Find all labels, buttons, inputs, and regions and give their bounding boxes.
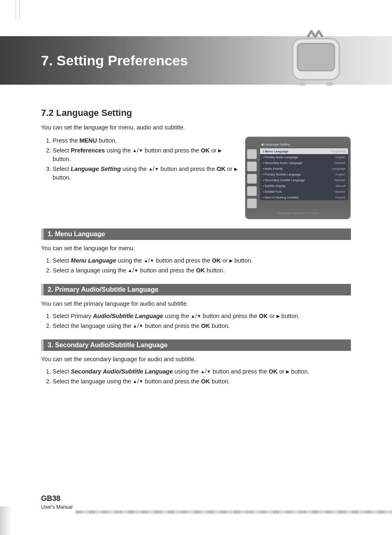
up-icon: ▲ bbox=[128, 268, 132, 274]
right-icon: ▶ bbox=[218, 148, 221, 154]
list-item: Select the language using the ▲/▼ button… bbox=[53, 322, 351, 330]
osd-row: Secondary Subtitle LanguageSwedish bbox=[260, 177, 348, 183]
osd-row: Audio PriorityLanguage bbox=[260, 166, 348, 171]
osd-row: Primary Audio LanguageEnglish bbox=[260, 154, 348, 160]
up-icon: ▲ bbox=[133, 323, 137, 330]
up-icon: ▲ bbox=[144, 258, 148, 264]
down-icon: ▼ bbox=[197, 313, 201, 320]
subsection-1-text: You can set the language for menu. bbox=[41, 245, 351, 251]
osd-breadcrumb: ◀ Language Setting bbox=[261, 143, 290, 146]
svg-rect-1 bbox=[297, 44, 334, 71]
osd-row-selected: Menu LanguageEnglish bbox=[260, 148, 348, 154]
osd-row: Subtitle DisplayManual bbox=[260, 183, 348, 189]
osd-sidebar-icons bbox=[247, 149, 257, 208]
osd-row: Hard of Hearing SubtitlesDisable bbox=[260, 194, 348, 200]
section-intro: You can set the language for menu, audio… bbox=[41, 124, 351, 131]
subsection-3-steps: Select Secondary Audio/Subtitle Language… bbox=[41, 367, 351, 386]
svg-point-3 bbox=[325, 82, 334, 86]
tv-icon bbox=[285, 26, 347, 92]
down-icon: ▼ bbox=[134, 268, 138, 274]
page-content: 7.2 Language Setting You can set the lan… bbox=[41, 108, 351, 387]
chapter-title: 7. Setting Preferences bbox=[41, 53, 188, 69]
intro-steps: Press the MENU button. Select Preference… bbox=[41, 136, 239, 182]
step-1: Press the MENU button. bbox=[53, 136, 239, 145]
page-footer: GB38 User's Manual bbox=[41, 494, 392, 510]
osd-row: Subtitle FontVariable bbox=[260, 189, 348, 194]
subsection-2-text: You can set the primary language for aud… bbox=[41, 300, 351, 307]
list-item: Select Primary Audio/Subtitle Language u… bbox=[53, 312, 351, 321]
list-item: Select the language using the ▲/▼ button… bbox=[53, 377, 351, 386]
list-item: Select a language using the ▲/▼ button a… bbox=[53, 266, 351, 275]
subsection-1-steps: Select Menu Language using the ▲/▼ butto… bbox=[41, 256, 351, 275]
down-icon: ▼ bbox=[139, 378, 143, 385]
osd-row: Primary Subtitle LanguageEnglish bbox=[260, 171, 348, 177]
down-icon: ▼ bbox=[138, 148, 143, 154]
footer-stripe bbox=[76, 510, 392, 514]
down-icon: ▼ bbox=[150, 258, 154, 264]
step-2: Select Preferences using the ▲/▼ button … bbox=[53, 146, 239, 164]
chapter-header: 7. Setting Preferences bbox=[0, 36, 392, 85]
svg-point-2 bbox=[298, 82, 307, 86]
page-number: GB38 bbox=[41, 494, 392, 503]
subsection-3-text: You can set the secondary language for a… bbox=[41, 356, 351, 362]
right-icon: ▶ bbox=[277, 313, 280, 320]
manual-label: User's Manual bbox=[41, 504, 72, 510]
osd-screenshot: ◀ Language Setting Menu LanguageEnglish … bbox=[245, 136, 351, 219]
up-icon: ▲ bbox=[148, 166, 153, 173]
osd-help-text: Language selection for menu bbox=[245, 211, 350, 215]
up-icon: ▲ bbox=[201, 369, 205, 375]
up-icon: ▲ bbox=[191, 313, 195, 320]
down-icon: ▼ bbox=[207, 369, 211, 375]
down-icon: ▼ bbox=[139, 323, 143, 330]
up-icon: ▲ bbox=[133, 378, 137, 385]
page-tab-edge bbox=[16, 0, 20, 20]
section-heading: 7.2 Language Setting bbox=[41, 108, 351, 118]
page-shadow bbox=[0, 506, 12, 535]
list-item: Select Menu Language using the ▲/▼ butto… bbox=[53, 256, 351, 265]
osd-panel: Menu LanguageEnglish Primary Audio Langu… bbox=[260, 148, 348, 200]
down-icon: ▼ bbox=[154, 166, 159, 173]
subsection-bar-2: 2. Primary Audio/Subtitle Language bbox=[41, 284, 351, 295]
subsection-bar-1: 1. Menu Language bbox=[41, 228, 351, 240]
subsection-bar-3: 3. Secondary Audio/Subtitle Language bbox=[41, 339, 351, 351]
list-item: Select Secondary Audio/Subtitle Language… bbox=[53, 367, 351, 376]
step-3: Select Language Setting using the ▲/▼ bu… bbox=[53, 165, 239, 182]
up-icon: ▲ bbox=[132, 148, 137, 154]
subsection-2-steps: Select Primary Audio/Subtitle Language u… bbox=[41, 312, 351, 330]
right-icon: ▶ bbox=[234, 166, 238, 173]
osd-row: Secondary Audio LanguageSwedish bbox=[260, 160, 348, 166]
